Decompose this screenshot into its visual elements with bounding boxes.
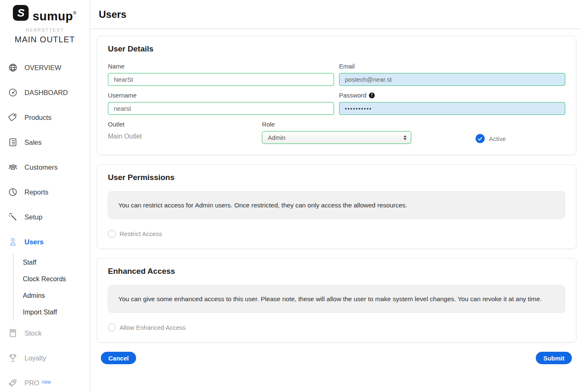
password-info-icon[interactable]: ! xyxy=(369,93,375,98)
sidebar-item-users[interactable]: Users xyxy=(0,229,90,254)
sidebar-item-overview[interactable]: OVERVIEW xyxy=(0,55,90,80)
email-input[interactable] xyxy=(339,73,565,86)
active-field-group: Active xyxy=(416,121,565,144)
outlet-value: Main Outlet xyxy=(108,133,257,140)
sidebar-item-label: Loyalty xyxy=(24,354,46,362)
main-area: Users User Details Name Email Username xyxy=(90,0,581,392)
sidebar-item-dashboard[interactable]: DASHBOARD xyxy=(0,80,90,105)
users-submenu: Staff Clock Records Admins Import Staff xyxy=(13,254,90,321)
user-icon xyxy=(8,237,18,247)
cancel-button[interactable]: Cancel xyxy=(101,352,136,364)
sidebar: S sumup® NEARSTTEST MAIN OUTLET OVERVIEW… xyxy=(0,0,90,392)
email-label: Email xyxy=(339,63,565,70)
sidebar-item-label: Stock xyxy=(24,329,42,337)
sidebar-item-label: Users xyxy=(24,238,44,246)
restrict-access-label: Restrict Access xyxy=(120,230,162,237)
username-label: Username xyxy=(108,92,334,99)
account-name: NEARSTTEST xyxy=(0,27,90,32)
submenu-item-admins[interactable]: Admins xyxy=(23,287,90,304)
password-field-group: Password ! xyxy=(339,86,565,115)
user-details-card: User Details Name Email Username xyxy=(97,36,576,155)
select-spinner-icon xyxy=(403,135,407,140)
sidebar-item-label: Customers xyxy=(24,163,58,171)
page-header: Users xyxy=(90,0,581,29)
username-input[interactable] xyxy=(108,102,334,115)
submenu-label: Admins xyxy=(23,292,45,299)
sidebar-item-loyalty[interactable]: Loyalty xyxy=(0,346,90,370)
password-label-text: Password xyxy=(339,92,366,99)
role-label: Role xyxy=(262,121,411,128)
allow-enhanced-access-label: Allow Enhanced Access xyxy=(120,324,186,331)
pro-text: PRO xyxy=(24,379,39,387)
registered-mark: ® xyxy=(73,10,77,15)
name-input[interactable] xyxy=(108,73,334,86)
submenu-item-clock-records[interactable]: Clock Records xyxy=(23,271,90,287)
brand-block: S sumup® NEARSTTEST MAIN OUTLET xyxy=(0,0,90,44)
submenu-item-staff[interactable]: Staff xyxy=(23,254,90,271)
enhanced-access-title: Enhanced Access xyxy=(108,267,565,276)
sidebar-nav: OVERVIEW DASHBOARD Products Sales Custom… xyxy=(0,55,90,392)
gauge-icon xyxy=(8,88,18,97)
details-row-1: Name Email xyxy=(108,63,565,86)
submenu-label: Clock Records xyxy=(23,275,66,283)
sidebar-item-reports[interactable]: Reports xyxy=(0,180,90,205)
enhanced-access-note: You can give some enhanced access to thi… xyxy=(108,285,565,313)
brand-name: sumup xyxy=(32,10,73,23)
content: User Details Name Email Username xyxy=(90,29,581,364)
permissions-note: You can restrict access for Admin users.… xyxy=(108,191,565,219)
outlet-field-group: Outlet Main Outlet xyxy=(108,121,257,144)
submenu-item-import-staff[interactable]: Import Staff xyxy=(23,304,90,321)
brand-wordmark: sumup® xyxy=(32,4,76,25)
tag-icon xyxy=(8,112,18,122)
restrict-access-toggle[interactable] xyxy=(108,230,116,238)
sidebar-item-label: Reports xyxy=(24,188,49,196)
sidebar-item-label: Products xyxy=(24,114,51,122)
form-actions: Cancel Submit xyxy=(97,352,576,364)
sidebar-item-label: Setup xyxy=(24,213,42,221)
new-badge: new xyxy=(42,379,51,385)
name-field-group: Name xyxy=(108,63,334,86)
sidebar-item-products[interactable]: Products xyxy=(0,105,90,130)
sumup-logo-icon: S xyxy=(13,5,29,21)
sidebar-item-setup[interactable]: Setup xyxy=(0,205,90,229)
page-title: Users xyxy=(99,9,127,20)
email-field-group: Email xyxy=(339,63,565,86)
allow-enhanced-access-row: Allow Enhanced Access xyxy=(108,324,565,331)
receipt-list-icon xyxy=(8,137,18,147)
trophy-icon xyxy=(8,353,18,363)
magic-wand-icon xyxy=(8,212,18,222)
allow-enhanced-access-toggle[interactable] xyxy=(108,324,116,331)
active-checkbox[interactable] xyxy=(476,134,485,143)
customers-icon xyxy=(8,162,18,172)
outlet-name: MAIN OUTLET xyxy=(0,35,90,44)
username-field-group: Username xyxy=(108,86,334,115)
sidebar-item-label: Sales xyxy=(24,139,42,146)
details-row-2: Username Password ! xyxy=(108,86,565,115)
sidebar-item-stock[interactable]: Stock xyxy=(0,321,90,346)
pie-chart-icon xyxy=(8,187,18,197)
details-row-3: Outlet Main Outlet Role Admin Act xyxy=(108,121,565,144)
calculator-icon xyxy=(8,328,18,338)
enhanced-access-card: Enhanced Access You can give some enhanc… xyxy=(97,258,576,343)
globe-icon xyxy=(8,63,18,73)
user-permissions-title: User Permissions xyxy=(108,173,565,182)
user-details-title: User Details xyxy=(108,44,565,54)
check-icon xyxy=(477,136,483,141)
password-label: Password ! xyxy=(339,92,565,99)
user-permissions-card: User Permissions You can restrict access… xyxy=(97,164,576,249)
submenu-label: Import Staff xyxy=(23,309,57,316)
sidebar-item-label: PROnew xyxy=(24,379,51,387)
submit-button[interactable]: Submit xyxy=(536,352,572,364)
rocket-icon xyxy=(8,378,18,388)
name-label: Name xyxy=(108,63,334,70)
role-field-group: Role Admin xyxy=(262,121,411,144)
sidebar-item-label: OVERVIEW xyxy=(24,64,61,72)
sidebar-item-customers[interactable]: Customers xyxy=(0,155,90,180)
sidebar-item-label: DASHBOARD xyxy=(24,89,68,97)
restrict-access-row: Restrict Access xyxy=(108,230,565,238)
role-select[interactable]: Admin xyxy=(262,131,411,144)
sidebar-item-pro[interactable]: PROnew xyxy=(0,370,90,392)
outlet-label: Outlet xyxy=(108,121,257,128)
sidebar-item-sales[interactable]: Sales xyxy=(0,130,90,155)
password-input[interactable] xyxy=(339,102,565,115)
